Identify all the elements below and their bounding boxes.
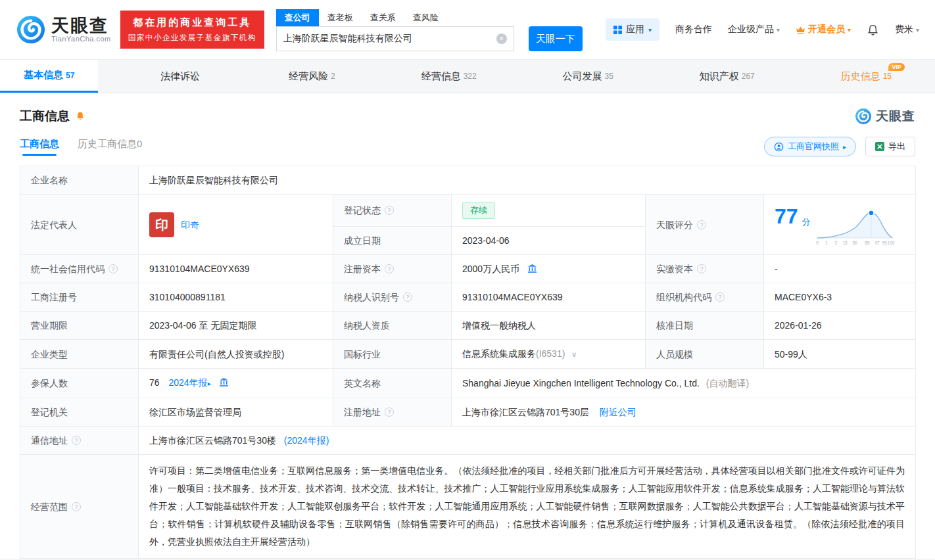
- chevron-down-icon[interactable]: ∨: [571, 350, 577, 358]
- tab-operation-info[interactable]: 经营信息322: [398, 60, 500, 93]
- field-label: 经营范围: [31, 500, 68, 513]
- capital-change-icon[interactable]: [527, 264, 537, 273]
- field-label: 注册地址: [344, 406, 381, 419]
- search-tab-company[interactable]: 查公司: [276, 9, 319, 26]
- tab-legal-litigation[interactable]: 法律诉讼: [137, 60, 226, 93]
- subtab-history-business-info[interactable]: 历史工商信息0: [78, 138, 142, 156]
- business-info-table: 企业名称 上海阶跃星辰智能科技有限公司 法定代表人 印 印奇 登记状态? 存续 …: [20, 166, 916, 559]
- reg-capital-value: 2000万人民币: [462, 264, 519, 274]
- field-label: 国标行业: [344, 348, 381, 361]
- page: 天眼查 TianYanCha.com 都在用的商业查询工具 国家中小企业发展子基…: [0, 0, 935, 559]
- svg-text:97: 97: [875, 241, 880, 245]
- table-row: 企业名称 上海阶跃星辰智能科技有限公司: [20, 166, 916, 195]
- business-term-value: 2023-04-06 至 无固定期限: [139, 312, 333, 340]
- help-icon[interactable]: ?: [385, 264, 394, 273]
- help-icon[interactable]: ?: [72, 436, 81, 445]
- table-row: 工商注册号 310104000891181 纳税人识别号? 91310104MA…: [20, 283, 916, 312]
- svg-text:50: 50: [852, 241, 857, 245]
- header: 天眼查 TianYanCha.com 都在用的商业查询工具 国家中小企业发展子基…: [0, 0, 935, 59]
- help-icon[interactable]: ?: [385, 408, 394, 417]
- help-icon[interactable]: ?: [715, 292, 725, 302]
- search-input[interactable]: [283, 34, 496, 44]
- search-button[interactable]: 天眼一下: [529, 26, 583, 51]
- subscribe-bell-icon[interactable]: [75, 111, 85, 122]
- tab-basic-info[interactable]: 基本信息57: [0, 60, 98, 93]
- tianyancha-logo-icon: [855, 108, 872, 125]
- insured-history-icon[interactable]: [219, 377, 229, 387]
- field-label: 天眼评分: [656, 218, 693, 231]
- tab-company-development[interactable]: 公司发展35: [539, 60, 637, 93]
- crown-icon: [796, 26, 805, 34]
- slogan-line1: 都在用的商业查询工具: [128, 16, 256, 29]
- excel-icon: [875, 142, 884, 151]
- auto-translate-note: (自动翻译): [706, 378, 749, 388]
- help-icon[interactable]: ?: [385, 206, 394, 215]
- vip-badge: VIP: [888, 63, 905, 71]
- help-icon[interactable]: ?: [697, 220, 706, 229]
- help-icon[interactable]: ?: [108, 264, 118, 273]
- user-menu[interactable]: 费米 ▾: [895, 24, 919, 35]
- legal-rep-link[interactable]: 印奇: [181, 218, 199, 231]
- company-type-value: 有限责任公司(自然人投资或控股): [139, 340, 333, 369]
- field-label: 组织机构代码: [656, 291, 711, 304]
- caret-down-icon: ▾: [648, 26, 652, 34]
- mail-annual-report-link[interactable]: (2024年报): [284, 435, 329, 446]
- table-row: 统一社会信用代码? 91310104MACE0YX639 注册资本? 2000万…: [20, 255, 916, 283]
- reg-address-value: 上海市徐汇区云锦路701号30层: [462, 407, 589, 417]
- brand-logo[interactable]: 天眼查 TianYanCha.com: [16, 14, 111, 45]
- field-label: 纳税人资质: [344, 319, 390, 332]
- nearby-companies-link[interactable]: 附近公司: [600, 407, 636, 417]
- field-label: 人员规模: [656, 348, 693, 361]
- taxpayer-quality-value: 增值税一般纳税人: [452, 312, 646, 340]
- field-label: 营业期限: [31, 319, 68, 332]
- apps-button[interactable]: 应用 ▾: [606, 18, 659, 41]
- help-icon[interactable]: ?: [697, 264, 706, 273]
- search-tabs: 查公司 查老板 查关系 查风险: [276, 9, 583, 26]
- field-label: 法定代表人: [31, 218, 77, 231]
- field-label: 参保人数: [31, 377, 68, 390]
- notifications-button[interactable]: [867, 24, 879, 36]
- field-label: 纳税人识别号: [344, 291, 399, 304]
- svg-text:1: 1: [825, 241, 828, 245]
- menu-cooperation[interactable]: 商务合作: [675, 24, 712, 35]
- menu-enterprise-products[interactable]: 企业级产品 ▾: [728, 24, 780, 35]
- subtab-row: 工商信息 历史工商信息0 工商官网快照 ▸ 导出: [20, 137, 915, 156]
- reg-authority-value: 徐汇区市场监督管理局: [139, 398, 333, 427]
- caret-down-icon: ▾: [916, 26, 919, 34]
- caret-down-icon: ▾: [848, 26, 851, 34]
- table-row: 法定代表人 印 印奇 登记状态? 存续 天眼评分? 77 分: [20, 195, 916, 227]
- apps-label: 应用: [626, 24, 644, 35]
- svg-text:15: 15: [842, 241, 848, 245]
- annual-report-link[interactable]: 2024年报▸: [168, 377, 210, 388]
- subtab-business-info[interactable]: 工商信息: [20, 138, 59, 156]
- table-row: 通信地址? 上海市徐汇区云锦路701号30楼 (2024年报): [20, 427, 916, 455]
- table-row: 参保人数 76 2024年报▸ 英文名称 Shanghai Jieyue Xin…: [20, 369, 916, 398]
- credit-code-value: 91310104MACE0YX639: [139, 255, 333, 283]
- brand-slogan: 都在用的商业查询工具 国家中小企业发展子基金旗下机构: [120, 11, 264, 49]
- search-tab-relation[interactable]: 查关系: [362, 9, 404, 26]
- tab-operation-risk[interactable]: 经营风险2: [265, 60, 359, 93]
- official-snapshot-button[interactable]: 工商官网快照 ▸: [764, 137, 856, 156]
- tab-history-info[interactable]: 历史信息15 VIP: [817, 60, 915, 93]
- taxpayer-id-value: 91310104MACE0YX639: [452, 283, 646, 312]
- tab-intellectual-property[interactable]: 知识产权267: [676, 60, 779, 93]
- company-nav-tabs: 基本信息57 法律诉讼 经营风险2 经营信息322 公司发展35 知识产权267…: [0, 59, 935, 93]
- export-button[interactable]: 导出: [865, 137, 915, 156]
- grid-icon: [613, 26, 622, 34]
- svg-text:100: 100: [887, 241, 894, 245]
- username: 费米: [895, 24, 913, 35]
- help-icon[interactable]: ?: [72, 502, 81, 511]
- search-tab-boss[interactable]: 查老板: [319, 9, 362, 26]
- clear-icon[interactable]: ✕: [496, 34, 507, 44]
- field-label: 通信地址: [31, 434, 68, 447]
- menu-open-vip[interactable]: 开通会员 ▾: [796, 24, 851, 35]
- search-tab-risk[interactable]: 查风险: [404, 9, 447, 26]
- field-label: 企业名称: [31, 174, 68, 187]
- field-label: 核准日期: [656, 319, 693, 332]
- bell-icon: [867, 24, 879, 36]
- legal-rep-avatar[interactable]: 印: [149, 212, 174, 237]
- field-label: 实缴资本: [656, 262, 693, 275]
- approval-date-value: 2026-01-26: [764, 312, 916, 340]
- score-widget: 77 分 0 1 3 15 50: [767, 202, 913, 247]
- help-icon[interactable]: ?: [403, 292, 412, 302]
